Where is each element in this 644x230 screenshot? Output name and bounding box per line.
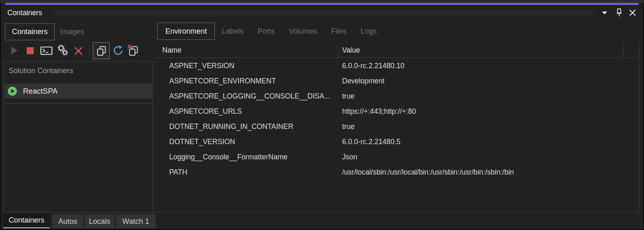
- container-settings-button[interactable]: [57, 44, 69, 58]
- env-value: Json: [342, 150, 357, 165]
- env-name: ASPNET_VERSION: [169, 58, 235, 74]
- refresh-button[interactable]: [112, 45, 124, 58]
- bottom-tab-watch-1[interactable]: Watch 1: [116, 214, 156, 228]
- auto-hide-pin-button[interactable]: [614, 5, 624, 21]
- table-row[interactable]: DOTNET_RUNNING_IN_CONTAINER true: [153, 119, 639, 134]
- tree-separator: [4, 103, 152, 104]
- column-resize-handle[interactable]: [338, 43, 338, 58]
- window-top-strip: [0, 0, 644, 3]
- table-header[interactable]: Name Value: [153, 43, 639, 58]
- table-row[interactable]: ASPNETCORE_ENVIRONMENT Development: [153, 74, 639, 89]
- env-value: /usr/local/sbin:/usr/local/bin:/usr/sbin…: [342, 165, 514, 180]
- remove-button[interactable]: [74, 46, 83, 57]
- terminal-icon: [40, 46, 53, 55]
- env-value: Development: [342, 74, 384, 89]
- tree-item-label: ReactSPA: [23, 87, 58, 96]
- start-button[interactable]: [11, 46, 18, 55]
- table-row[interactable]: ASPNETCORE_LOGGING__CONSOLE__DISA... tru…: [153, 89, 639, 104]
- tab-files[interactable]: Files: [324, 23, 354, 40]
- tab-environment-label: Environment: [165, 27, 207, 36]
- red-x-icon: [74, 46, 83, 55]
- env-name: DOTNET_VERSION: [169, 134, 235, 150]
- table-row[interactable]: PATH /usr/local/sbin:/usr/local/bin:/usr…: [153, 165, 639, 180]
- tab-labels[interactable]: Labels: [215, 23, 251, 40]
- detail-tab-strip: Labels Ports Volumes Files Logs: [215, 23, 384, 40]
- stop-button[interactable]: [27, 47, 34, 54]
- table-row[interactable]: ASPNET_VERSION 6.0.0-rc.2.21480.10: [153, 58, 639, 74]
- close-icon: [629, 9, 636, 16]
- env-name: ASPNETCORE_ENVIRONMENT: [169, 74, 276, 89]
- tab-environment[interactable]: Environment: [157, 23, 215, 40]
- chevron-down-icon: [602, 12, 607, 14]
- containers-tool-window: Containers Containers Images: [0, 0, 644, 230]
- tree-item-reactspa[interactable]: ReactSPA: [5, 83, 152, 99]
- drag-grip[interactable]: [54, 10, 594, 15]
- column-header-name[interactable]: Name: [162, 43, 182, 57]
- bottom-tab-containers[interactable]: Containers: [3, 213, 50, 228]
- env-name: PATH: [169, 165, 187, 180]
- play-icon: [11, 46, 18, 55]
- tab-containers[interactable]: Containers: [5, 23, 55, 40]
- env-name: ASPNETCORE_LOGGING__CONSOLE__DISA...: [169, 89, 330, 104]
- toolbar-separator: [89, 45, 90, 56]
- open-terminal-button[interactable]: [40, 46, 53, 57]
- table-row[interactable]: Logging__Console__FormatterName Json: [153, 150, 639, 165]
- group-containers-icon: [96, 46, 107, 56]
- column-header-value[interactable]: Value: [342, 43, 360, 57]
- tab-logs[interactable]: Logs: [354, 23, 384, 40]
- prune-containers-button[interactable]: [126, 44, 139, 58]
- column-resize-handle[interactable]: [623, 43, 623, 58]
- tab-volumes[interactable]: Volumes: [282, 23, 324, 40]
- tree-group-header: Solution Containers: [9, 67, 73, 75]
- prune-containers-icon: [126, 44, 139, 56]
- env-name: DOTNET_RUNNING_IN_CONTAINER: [169, 119, 293, 134]
- env-value: 6.0.0-rc.2.21480.10: [342, 58, 405, 74]
- table-row[interactable]: DOTNET_VERSION 6.0.0-rc.2.21480.5: [153, 134, 639, 150]
- solution-containers-panel: Solution Containers ReactSPA: [4, 61, 153, 213]
- env-value: 6.0.0-rc.2.21480.5: [342, 134, 400, 150]
- env-value: true: [342, 89, 354, 104]
- stop-icon: [27, 47, 34, 54]
- bottom-tab-locals[interactable]: Locals: [85, 214, 115, 228]
- table-row[interactable]: ASPNETCORE_URLS https://+:443;http://+:8…: [153, 104, 639, 119]
- group-containers-toggle-button[interactable]: [93, 42, 110, 59]
- env-name: Logging__Console__FormatterName: [169, 150, 288, 165]
- env-value: true: [342, 119, 354, 134]
- container-running-icon: [8, 87, 17, 96]
- window-title: Containers: [7, 5, 42, 21]
- env-value: https://+:443;http://+:80: [342, 104, 416, 119]
- tab-ports[interactable]: Ports: [251, 23, 282, 40]
- gears-icon: [57, 44, 69, 57]
- bottom-tab-autos[interactable]: Autos: [52, 214, 83, 228]
- refresh-icon: [112, 45, 124, 57]
- window-position-menu-button[interactable]: [599, 5, 610, 21]
- tab-images[interactable]: Images: [55, 23, 89, 40]
- environment-table: Name Value ASPNET_VERSION 6.0.0-rc.2.214…: [153, 43, 639, 213]
- env-name: ASPNETCORE_URLS: [169, 104, 242, 119]
- tab-containers-label: Containers: [12, 28, 48, 36]
- pin-icon: [615, 8, 623, 17]
- close-window-button[interactable]: [627, 5, 638, 21]
- tool-window-titlebar[interactable]: Containers: [0, 5, 644, 21]
- tab-images-label: Images: [60, 28, 84, 36]
